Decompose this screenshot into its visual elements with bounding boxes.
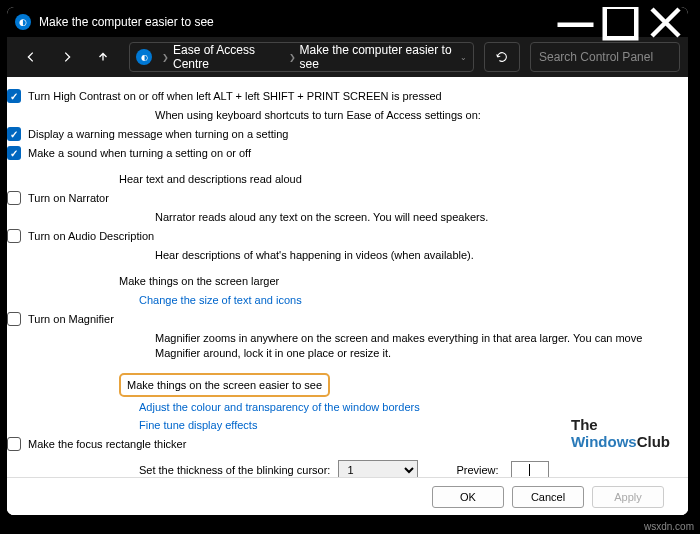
checkbox-label: Turn High Contrast on or off when left A… bbox=[28, 89, 442, 104]
ok-button[interactable]: OK bbox=[432, 486, 504, 508]
chevron-right-icon: ❯ bbox=[162, 53, 169, 62]
maximize-button[interactable] bbox=[598, 7, 643, 37]
checkbox-label: Make a sound when turning a setting on o… bbox=[28, 146, 251, 161]
window: ◐ Make the computer easier to see ◐ ❯ Ea… bbox=[7, 7, 688, 515]
checkbox-label: Display a warning message when turning o… bbox=[28, 127, 288, 142]
app-icon: ◐ bbox=[15, 14, 31, 30]
refresh-button[interactable] bbox=[484, 42, 520, 72]
chevron-down-icon[interactable]: ⌄ bbox=[460, 53, 467, 62]
checkbox-row: Make a sound when turning a setting on o… bbox=[7, 146, 672, 161]
breadcrumb-item[interactable]: Ease of Access Centre bbox=[173, 43, 285, 71]
checkbox-row: Make the focus rectangle thicker bbox=[7, 437, 672, 452]
checkbox-audiodesc[interactable] bbox=[7, 229, 21, 243]
svg-rect-1 bbox=[605, 7, 637, 38]
titlebar: ◐ Make the computer easier to see bbox=[7, 7, 688, 37]
description-text: Narrator reads aloud any text on the scr… bbox=[155, 210, 672, 225]
footer: OK Cancel Apply bbox=[7, 477, 688, 515]
checkbox-highcontrast[interactable] bbox=[7, 89, 21, 103]
checkbox-label: Make the focus rectangle thicker bbox=[28, 437, 186, 452]
checkbox-label: Turn on Audio Description bbox=[28, 229, 154, 244]
breadcrumb[interactable]: ◐ ❯ Ease of Access Centre ❯ Make the com… bbox=[129, 42, 474, 72]
minimize-button[interactable] bbox=[553, 7, 598, 37]
cancel-button[interactable]: Cancel bbox=[512, 486, 584, 508]
section-heading: Make things on the screen larger bbox=[119, 275, 672, 287]
link-finetune[interactable]: Fine tune display effects bbox=[139, 418, 672, 433]
description-text: Magnifier zooms in anywhere on the scree… bbox=[155, 331, 655, 361]
section-heading: Make things on the screen easier to see bbox=[127, 379, 322, 391]
window-title: Make the computer easier to see bbox=[39, 15, 214, 29]
back-button[interactable] bbox=[15, 41, 47, 73]
forward-button[interactable] bbox=[51, 41, 83, 73]
chevron-right-icon: ❯ bbox=[289, 53, 296, 62]
cursor-thickness-label: Set the thickness of the blinking cursor… bbox=[139, 464, 330, 476]
checkbox-row: Turn on Audio Description bbox=[7, 229, 672, 244]
cursor-thickness-row: Set the thickness of the blinking cursor… bbox=[139, 460, 672, 477]
checkbox-row: Turn on Narrator bbox=[7, 191, 672, 206]
control-panel-icon: ◐ bbox=[136, 49, 152, 65]
link-change-size[interactable]: Change the size of text and icons bbox=[139, 293, 672, 308]
cursor-thickness-select[interactable]: 1 bbox=[338, 460, 418, 477]
checkbox-narrator[interactable] bbox=[7, 191, 21, 205]
window-controls bbox=[553, 7, 688, 37]
checkbox-focusrect[interactable] bbox=[7, 437, 21, 451]
checkbox-label: Turn on Magnifier bbox=[28, 312, 114, 327]
description-text: When using keyboard shortcuts to turn Ea… bbox=[155, 108, 672, 123]
description-text: Hear descriptions of what's happening in… bbox=[155, 248, 672, 263]
highlighted-section-heading: Make things on the screen easier to see bbox=[119, 373, 330, 397]
checkbox-magnifier[interactable] bbox=[7, 312, 21, 326]
source-mark: wsxdn.com bbox=[644, 521, 694, 532]
section-heading: Hear text and descriptions read aloud bbox=[119, 173, 672, 185]
svg-rect-0 bbox=[558, 22, 594, 27]
apply-button[interactable]: Apply bbox=[592, 486, 664, 508]
content-area: Turn High Contrast on or off when left A… bbox=[7, 77, 688, 515]
checkbox-row: Turn on Magnifier bbox=[7, 312, 672, 327]
link-adjust-colour[interactable]: Adjust the colour and transparency of th… bbox=[139, 400, 672, 415]
search-input[interactable]: Search Control Panel bbox=[530, 42, 680, 72]
checkbox-make-sound[interactable] bbox=[7, 146, 21, 160]
scroll-area[interactable]: Turn High Contrast on or off when left A… bbox=[7, 77, 688, 477]
breadcrumb-item[interactable]: Make the computer easier to see bbox=[300, 43, 461, 71]
close-button[interactable] bbox=[643, 7, 688, 37]
up-button[interactable] bbox=[87, 41, 119, 73]
checkbox-row: Display a warning message when turning o… bbox=[7, 127, 672, 142]
preview-label: Preview: bbox=[456, 464, 498, 476]
cursor-preview bbox=[511, 461, 549, 477]
checkbox-display-warning[interactable] bbox=[7, 127, 21, 141]
checkbox-label: Turn on Narrator bbox=[28, 191, 109, 206]
checkbox-row: Turn High Contrast on or off when left A… bbox=[7, 89, 672, 104]
